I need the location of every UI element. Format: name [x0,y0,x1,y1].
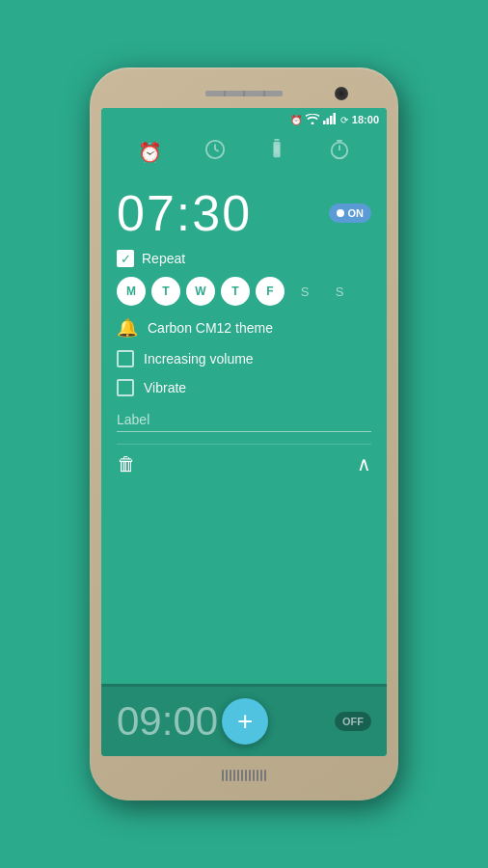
phone-top-bar [101,79,387,108]
alarm1-toggle[interactable]: ON [329,203,372,223]
alarm1-footer: 🗑 ∧ [117,444,371,483]
alarm2-card: 09:00 + OFF [101,687,387,756]
repeat-checkbox[interactable]: ✓ [117,250,134,267]
status-icons: ⏰ ⟳ 18:00 [290,113,379,126]
delete-alarm-icon[interactable]: 🗑 [117,453,136,475]
svg-rect-7 [275,139,281,141]
bell-icon: 🔔 [117,317,138,339]
day-thursday[interactable]: T [221,277,250,306]
increasing-volume-row[interactable]: Increasing volume [117,350,371,367]
add-alarm-button[interactable]: + [222,698,268,745]
wifi-icon [306,114,319,126]
svg-rect-3 [333,113,336,124]
svg-rect-1 [326,119,329,125]
day-tuesday[interactable]: T [151,277,180,306]
ringtone-label: Carbon CM12 theme [148,320,273,336]
day-monday[interactable]: M [117,277,146,306]
status-time: 18:00 [352,114,379,125]
alarm1-time[interactable]: 07:30 [117,184,252,242]
label-input[interactable] [117,408,371,432]
nav-tabs: ⏰ [101,131,387,173]
alarm2-time[interactable]: 09:00 [117,698,218,745]
tab-timer[interactable] [267,139,286,165]
alarm2-toggle[interactable]: OFF [335,712,371,731]
days-row: M T W T F S S [117,277,371,306]
alarm-status-icon: ⏰ [290,115,302,125]
vibrate-checkbox[interactable] [117,379,134,396]
status-bar: ⏰ ⟳ 18:00 [101,108,387,131]
tab-clock[interactable] [204,139,226,165]
repeat-row[interactable]: ✓ Repeat [117,250,371,267]
svg-point-10 [332,143,348,159]
alarm2-toggle-label: OFF [342,716,364,727]
collapse-icon[interactable]: ∧ [357,452,371,475]
alarm1-toggle-label: ON [348,207,365,219]
increasing-volume-checkbox[interactable] [117,350,134,367]
repeat-label: Repeat [142,251,185,266]
add-icon: + [237,706,253,737]
alarm1-header: 07:30 ON [117,184,371,242]
svg-rect-9 [275,145,281,153]
svg-rect-2 [330,116,333,124]
phone-bottom-bar [101,762,387,789]
svg-rect-0 [323,121,326,124]
vibrate-label: Vibrate [144,380,186,395]
day-friday[interactable]: F [256,277,285,306]
camera [335,87,348,100]
svg-line-6 [215,149,219,151]
tab-stopwatch[interactable] [329,139,350,165]
screen: ⏰ ⟳ 18:00 [101,108,387,756]
day-sunday[interactable]: S [325,277,354,306]
day-wednesday[interactable]: W [186,277,215,306]
day-saturday[interactable]: S [290,277,319,306]
signal-icon [323,113,337,126]
increasing-volume-label: Increasing volume [144,351,254,366]
speaker-grille-bottom [222,770,266,781]
sync-icon: ⟳ [340,115,348,125]
phone-frame: ⏰ ⟳ 18:00 [90,68,398,800]
vibrate-row[interactable]: Vibrate [117,379,371,396]
alarm1-card: 07:30 ON ✓ Repeat M T W T F S S 🔔 Carb [101,173,387,684]
tab-alarm[interactable]: ⏰ [138,141,162,164]
ringtone-row[interactable]: 🔔 Carbon CM12 theme [117,317,371,339]
